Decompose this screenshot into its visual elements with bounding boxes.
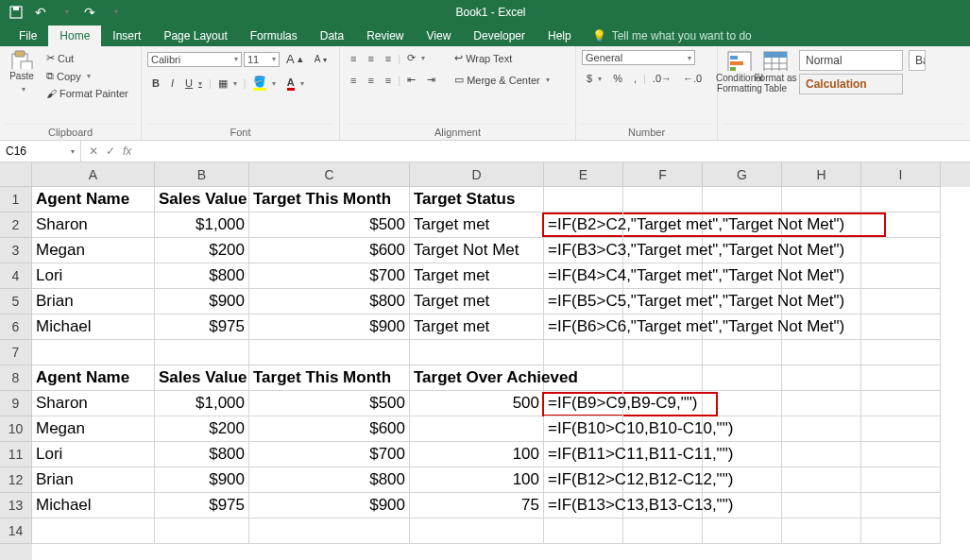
accounting-format-button[interactable]: $	[582, 71, 606, 86]
cell[interactable]: $700	[249, 263, 410, 289]
cell[interactable]	[861, 340, 941, 365]
tab-help[interactable]: Help	[536, 25, 583, 46]
tab-review[interactable]: Review	[355, 25, 415, 46]
cell[interactable]	[703, 365, 782, 391]
cell[interactable]	[155, 340, 249, 365]
fill-color-button[interactable]: 🪣	[248, 74, 281, 93]
cell[interactable]: =IF(B12>C12,B12-C12,"")	[544, 467, 623, 493]
cell[interactable]: =IF(B11>C11,B11-C11,"")	[544, 442, 623, 467]
cell[interactable]	[410, 416, 544, 442]
tab-insert[interactable]: Insert	[101, 25, 152, 46]
cell[interactable]: =IF(B3>C3,"Target met","Target Not Met")	[544, 238, 623, 263]
merge-center-button[interactable]: ▭Merge & Center	[450, 72, 554, 88]
align-left-button[interactable]: ≡	[346, 73, 361, 88]
cell[interactable]: Megan	[32, 238, 155, 263]
col-header[interactable]: F	[623, 162, 703, 187]
cell[interactable]	[861, 263, 941, 289]
cell[interactable]	[623, 340, 703, 365]
increase-indent-button[interactable]: ⇥	[422, 72, 440, 88]
number-format-combo[interactable]: General	[582, 50, 695, 65]
cell[interactable]	[703, 391, 782, 416]
cell[interactable]: Target Not Met	[410, 238, 544, 263]
cell[interactable]: Agent Name	[32, 365, 155, 391]
undo-dropdown[interactable]	[55, 2, 76, 23]
save-icon[interactable]	[6, 2, 26, 23]
cell[interactable]: $975	[155, 493, 249, 518]
cell[interactable]: 100	[410, 467, 544, 493]
name-box[interactable]: C16 ▾	[0, 141, 81, 161]
cell[interactable]: Brian	[32, 467, 155, 493]
col-header[interactable]: D	[410, 162, 544, 187]
cell[interactable]: Target met	[410, 289, 544, 314]
cell[interactable]: $200	[155, 238, 249, 263]
conditional-formatting-button[interactable]: Conditional Formatting	[723, 50, 756, 93]
cell[interactable]	[623, 365, 703, 391]
cell[interactable]	[32, 340, 155, 365]
cell[interactable]	[782, 340, 861, 365]
col-header[interactable]: B	[155, 162, 249, 187]
comma-format-button[interactable]: ,	[629, 71, 641, 86]
cell[interactable]	[782, 518, 861, 544]
cell[interactable]: =IF(B13>C13,B13-C13,"")	[544, 493, 623, 518]
align-right-button[interactable]: ≡	[381, 73, 396, 88]
col-header[interactable]: E	[544, 162, 623, 187]
formula-bar-input[interactable]	[139, 141, 970, 161]
cell[interactable]: Sales Value	[155, 187, 249, 212]
tab-developer[interactable]: Developer	[462, 25, 536, 46]
cell[interactable]	[861, 467, 941, 493]
align-top-button[interactable]: ≡	[346, 51, 361, 66]
qat-customize-dropdown[interactable]	[104, 2, 125, 23]
cell[interactable]: =IF(B6>C6,"Target met","Target Not Met")	[544, 314, 623, 340]
cell[interactable]	[861, 365, 941, 391]
cell[interactable]	[544, 187, 623, 212]
font-color-button[interactable]: A	[282, 75, 309, 93]
cell[interactable]	[861, 212, 941, 238]
cell[interactable]: =IF(B4>C4,"Target met","Target Not Met")	[544, 263, 623, 289]
cell[interactable]	[782, 493, 861, 518]
align-bottom-button[interactable]: ≡	[381, 51, 396, 66]
cell[interactable]: $900	[155, 289, 249, 314]
cell[interactable]: 100	[410, 442, 544, 467]
cell[interactable]	[861, 187, 941, 212]
cell[interactable]: 75	[410, 493, 544, 518]
cell[interactable]: Target This Month	[249, 187, 410, 212]
cell[interactable]	[861, 442, 941, 467]
col-header[interactable]: H	[782, 162, 861, 187]
cell[interactable]: $800	[155, 263, 249, 289]
decrease-decimal-button[interactable]: ←.0	[678, 71, 706, 86]
cell[interactable]: =IF(B10>C10,B10-C10,"")	[544, 416, 623, 442]
font-name-combo[interactable]: Calibri	[147, 52, 242, 67]
cell[interactable]: Megan	[32, 416, 155, 442]
wrap-text-button[interactable]: ↩Wrap Text	[450, 50, 554, 66]
row-header[interactable]: 11	[0, 442, 32, 467]
cell[interactable]: $600	[249, 238, 410, 263]
cell[interactable]	[703, 187, 782, 212]
cell[interactable]	[861, 289, 941, 314]
cell[interactable]	[782, 442, 861, 467]
align-center-button[interactable]: ≡	[363, 73, 378, 88]
cell[interactable]	[410, 518, 544, 544]
row-header[interactable]: 14	[0, 518, 32, 544]
cell[interactable]: Lori	[32, 263, 155, 289]
italic-button[interactable]: I	[166, 76, 179, 91]
cell[interactable]: $900	[249, 493, 410, 518]
cell[interactable]	[782, 391, 861, 416]
cell[interactable]: =IF(B9>C9,B9-C9,"")	[544, 391, 623, 416]
decrease-font-button[interactable]: A▾	[310, 52, 332, 66]
tab-home[interactable]: Home	[48, 25, 101, 46]
cell[interactable]: =IF(B2>C2,"Target met","Target Not Met")	[544, 212, 623, 238]
copy-button[interactable]: ⧉Copy	[42, 68, 133, 84]
cell[interactable]: $500	[249, 391, 410, 416]
cell[interactable]: Agent Name	[32, 187, 155, 212]
cell[interactable]: $975	[155, 314, 249, 340]
cell[interactable]: 500	[410, 391, 544, 416]
font-size-combo[interactable]: 11	[244, 52, 280, 67]
tab-formulas[interactable]: Formulas	[239, 25, 309, 46]
cancel-icon[interactable]: ✕	[89, 144, 98, 158]
align-middle-button[interactable]: ≡	[363, 51, 378, 66]
cell[interactable]: Target met	[410, 314, 544, 340]
cell[interactable]: $200	[155, 416, 249, 442]
cell[interactable]: $1,000	[155, 212, 249, 238]
row-header[interactable]: 5	[0, 289, 32, 314]
cell[interactable]: Michael	[32, 493, 155, 518]
